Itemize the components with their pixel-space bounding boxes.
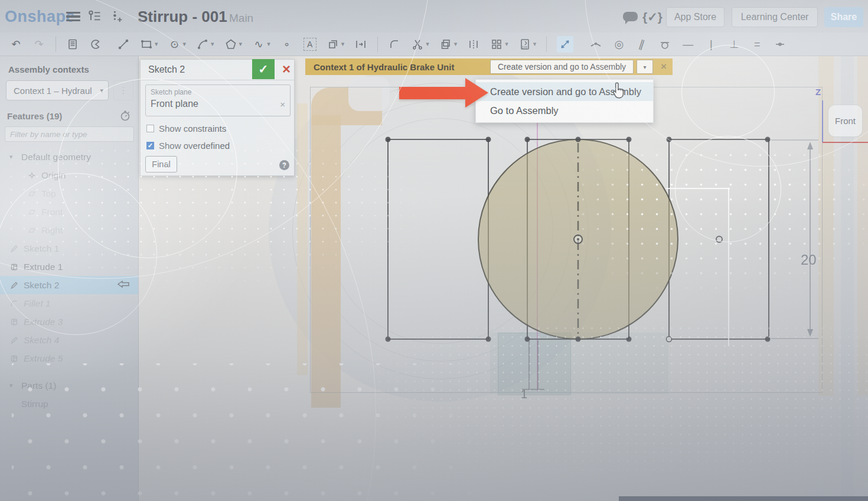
feature-label: Sketch 2 bbox=[24, 280, 59, 291]
workspace-name[interactable]: Main bbox=[229, 12, 253, 25]
parts-group[interactable]: ▾ Parts (1) bbox=[0, 376, 138, 395]
context-dropdown[interactable]: Context 1 – Hydraul ▾ bbox=[6, 80, 109, 100]
perpendicular-constraint-icon[interactable]: ⊥ bbox=[727, 38, 740, 51]
redo-icon[interactable]: ↷ bbox=[32, 38, 45, 51]
chevron-down-icon[interactable]: ▾ bbox=[533, 40, 537, 48]
feature-fillet-1[interactable]: Fillet 1 bbox=[0, 294, 138, 313]
chevron-down-icon[interactable]: ▾ bbox=[155, 40, 158, 48]
final-button[interactable]: Final bbox=[145, 156, 177, 173]
chevron-down-icon[interactable]: ▾ bbox=[239, 40, 243, 48]
slot-tool-icon[interactable] bbox=[327, 38, 340, 51]
sketch-icon bbox=[9, 281, 19, 289]
circle-tool-icon[interactable]: ⊙ bbox=[168, 38, 181, 51]
features-title: Features (19) bbox=[7, 111, 62, 121]
arc-tool-icon[interactable] bbox=[196, 38, 209, 51]
context-menu-button[interactable]: ⋮ bbox=[113, 80, 133, 100]
rollback-arrow-icon[interactable] bbox=[117, 280, 130, 291]
feature-label: Default geometry bbox=[21, 152, 91, 162]
insert-icon[interactable] bbox=[110, 9, 124, 24]
vertical-constraint-icon[interactable]: | bbox=[704, 38, 717, 51]
banner-dropdown-button[interactable]: ▾ bbox=[637, 60, 653, 74]
rectangle-tool-icon[interactable] bbox=[140, 38, 153, 51]
polygon-tool-icon[interactable] bbox=[224, 38, 237, 51]
part-label: Stirrup bbox=[21, 399, 48, 409]
create-version-button[interactable]: Create version and go to Assembly bbox=[490, 60, 634, 74]
banner-message: Context 1 of Hydraulic Brake Unit bbox=[314, 62, 454, 72]
transform-tool-icon[interactable] bbox=[439, 38, 452, 51]
tangent-constraint-icon[interactable] bbox=[658, 38, 671, 51]
bottom-dark-strip bbox=[619, 496, 868, 501]
fillet-tool-icon[interactable] bbox=[388, 38, 401, 51]
cancel-button[interactable]: × bbox=[282, 61, 291, 77]
dimension-tool-icon[interactable] bbox=[557, 36, 573, 53]
chevron-down-icon[interactable]: ▾ bbox=[183, 40, 187, 48]
sketch-region-icon[interactable] bbox=[89, 38, 102, 51]
chevron-down-icon[interactable]: ▾ bbox=[454, 40, 458, 48]
show-constraints-checkbox[interactable] bbox=[146, 125, 154, 132]
show-overdefined-checkbox[interactable]: ✓ bbox=[146, 142, 154, 149]
plane-icon bbox=[27, 208, 37, 216]
feature-sketch-2-selected[interactable]: Sketch 2 bbox=[0, 276, 138, 294]
feature-origin[interactable]: Origin bbox=[0, 166, 138, 184]
extrude-icon bbox=[9, 263, 19, 271]
point-tool-icon[interactable]: ∘ bbox=[280, 38, 293, 51]
svg-text:DXF: DXF bbox=[521, 45, 527, 48]
export-dxf-icon[interactable]: DXF bbox=[518, 38, 531, 51]
help-icon[interactable]: ? bbox=[279, 160, 289, 170]
chevron-down-icon[interactable]: ▾ bbox=[9, 153, 17, 161]
filter-input[interactable] bbox=[5, 126, 134, 142]
onshape-logo[interactable]: Onshape bbox=[5, 8, 75, 26]
hamburger-menu-icon[interactable] bbox=[66, 12, 80, 21]
feature-extrude-3[interactable]: Extrude 3 bbox=[0, 313, 138, 331]
text-tool-icon[interactable]: A bbox=[304, 38, 316, 51]
confirm-button[interactable]: ✓ bbox=[252, 59, 275, 79]
chevron-down-icon[interactable]: ▾ bbox=[211, 40, 214, 48]
sheet-icon[interactable] bbox=[66, 38, 79, 51]
regenerate-icon[interactable] bbox=[119, 110, 131, 122]
spline-tool-icon[interactable]: ∿ bbox=[252, 38, 265, 51]
offset-tool-icon[interactable] bbox=[354, 38, 367, 51]
chevron-down-icon[interactable]: ▾ bbox=[505, 40, 508, 48]
versions-icon[interactable] bbox=[87, 9, 102, 24]
feature-sketch-1[interactable]: Sketch 1 bbox=[0, 239, 138, 258]
versions-badge-icon[interactable]: {✓} bbox=[642, 10, 663, 24]
show-overdefined-row[interactable]: ✓ Show overdefined bbox=[146, 141, 230, 151]
callout-arrow bbox=[399, 78, 489, 108]
feature-sketch-4[interactable]: Sketch 4 bbox=[0, 331, 138, 349]
parallel-constraint-icon[interactable]: ∥ bbox=[634, 36, 650, 53]
trim-tool-icon[interactable] bbox=[411, 38, 424, 51]
header-bar: Onshape Stirrup - 001 Main {✓} App Store… bbox=[0, 0, 868, 32]
feature-label: Origin bbox=[41, 170, 66, 181]
sketch-plane-field[interactable]: Sketch plane Front plane × bbox=[145, 84, 291, 116]
undo-icon[interactable]: ↶ bbox=[9, 38, 22, 51]
part-stirrup[interactable]: Stirrup bbox=[0, 395, 138, 413]
feature-label: Top bbox=[41, 188, 56, 199]
feature-top-plane[interactable]: Top bbox=[0, 184, 138, 203]
chevron-down-icon[interactable]: ▾ bbox=[9, 382, 17, 389]
chevron-down-icon[interactable]: ▾ bbox=[341, 40, 345, 48]
horizontal-constraint-icon[interactable]: — bbox=[681, 38, 694, 51]
line-tool-icon[interactable] bbox=[117, 38, 130, 51]
comments-icon[interactable] bbox=[623, 12, 638, 21]
banner-close-icon[interactable]: × bbox=[661, 61, 667, 73]
app-store-button[interactable]: App Store bbox=[666, 7, 725, 27]
share-button[interactable]: Share bbox=[824, 7, 863, 27]
pattern-tool-icon[interactable] bbox=[490, 38, 503, 51]
feature-extrude-1[interactable]: Extrude 1 bbox=[0, 258, 138, 276]
feature-extrude-5[interactable]: Extrude 5 bbox=[0, 349, 138, 367]
clear-selection-icon[interactable]: × bbox=[280, 99, 285, 109]
feature-right-plane[interactable]: Right bbox=[0, 221, 138, 239]
origin-icon bbox=[27, 171, 37, 180]
concentric-constraint-icon[interactable]: ◎ bbox=[612, 38, 625, 51]
learning-center-button[interactable]: Learning Center bbox=[732, 7, 818, 27]
feature-front-plane[interactable]: Front bbox=[0, 203, 138, 221]
feature-default-geometry[interactable]: ▾ Default geometry bbox=[0, 148, 138, 166]
equal-constraint-icon[interactable]: = bbox=[750, 38, 763, 51]
chevron-down-icon[interactable]: ▾ bbox=[426, 40, 429, 48]
show-constraints-row[interactable]: Show constraints bbox=[146, 123, 226, 134]
menu-item-go-to-assembly[interactable]: Go to Assembly bbox=[476, 101, 653, 120]
midpoint-constraint-icon[interactable] bbox=[774, 38, 787, 51]
coincident-constraint-icon[interactable] bbox=[589, 38, 602, 51]
chevron-down-icon[interactable]: ▾ bbox=[267, 40, 270, 48]
mirror-tool-icon[interactable] bbox=[467, 38, 480, 51]
